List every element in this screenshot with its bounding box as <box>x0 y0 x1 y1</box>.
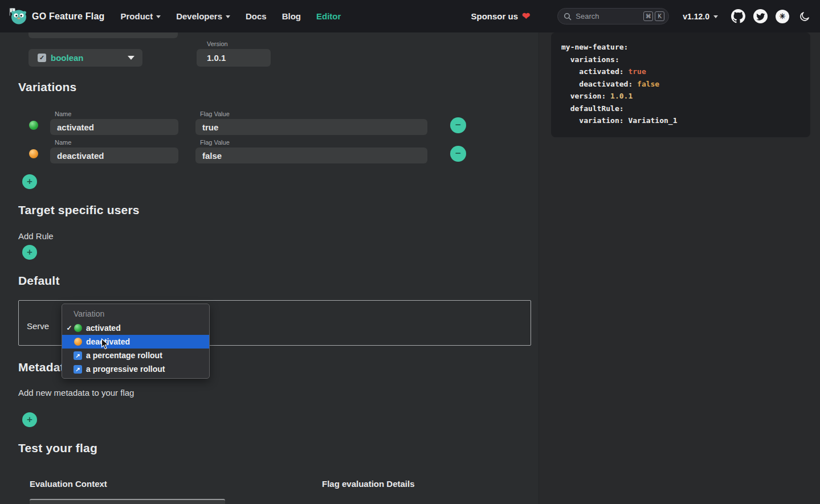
variation-row: Name Flag Value − <box>18 110 474 134</box>
dropdown-option-progressive-rollout[interactable]: ↗ a progressive rollout <box>62 362 209 376</box>
sponsor-link[interactable]: Sponsor us ❤ <box>471 10 531 22</box>
dropdown-option-activated[interactable]: ✓ activated <box>62 321 209 335</box>
nav-item-docs[interactable]: Docs <box>246 11 267 21</box>
nav-item-product[interactable]: Product <box>120 11 161 21</box>
add-rule-button[interactable]: + <box>22 245 37 260</box>
gopher-logo-icon: 1 <box>8 7 27 26</box>
github-icon[interactable] <box>731 9 745 24</box>
code-line: my-new-feature: <box>561 41 800 54</box>
flag-value-label: Flag Value <box>200 110 427 117</box>
test-flag-heading: Test your flag <box>18 441 97 455</box>
variation-name-group: Name <box>50 110 178 135</box>
nav-links: Product Developers Docs Blog Editor <box>120 11 341 21</box>
evaluation-context-label: Evaluation Context <box>30 479 107 489</box>
evaluation-context-editor-partial[interactable] <box>30 499 225 504</box>
metadata-description: Add new metadata to your flag <box>18 388 134 398</box>
variation-name-input[interactable] <box>50 147 178 163</box>
code-line: variations: <box>561 54 800 66</box>
add-rule-label: Add Rule <box>18 231 54 241</box>
slack-icon[interactable]: ✳ <box>775 9 790 24</box>
checkbox-icon: ✓ <box>38 54 46 62</box>
navbar: 1 GO Feature Flag Product Developers Doc… <box>0 0 820 32</box>
chevron-down-icon <box>156 15 161 18</box>
check-icon: ✓ <box>65 324 74 332</box>
flag-evaluation-details-label: Flag evaluation Details <box>322 479 415 489</box>
orange-dot-icon <box>74 338 82 346</box>
name-label: Name <box>55 139 178 146</box>
add-metadata-button[interactable]: + <box>22 412 37 427</box>
flag-value-label: Flag Value <box>200 139 427 146</box>
brand[interactable]: 1 GO Feature Flag <box>8 7 104 26</box>
dark-mode-moon-icon[interactable] <box>797 9 812 24</box>
code-line: version: 1.0.1 <box>561 90 800 103</box>
page: my-new-feature: variations: activated: t… <box>0 0 820 504</box>
twitter-icon[interactable] <box>753 9 768 24</box>
heart-icon: ❤ <box>522 10 530 22</box>
chevron-down-icon <box>713 15 718 18</box>
variation-color-dot-icon <box>29 121 38 130</box>
version-label: Version <box>207 40 271 47</box>
version-dropdown[interactable]: v1.12.0 <box>683 12 718 21</box>
yaml-code-block: my-new-feature: variations: activated: t… <box>551 32 810 137</box>
name-label: Name <box>55 110 178 117</box>
flag-name-input-partial[interactable] <box>28 32 178 38</box>
shortcut-key-k: K <box>655 11 664 21</box>
nav-item-editor[interactable]: Editor <box>316 11 341 21</box>
add-variation-button[interactable]: + <box>22 174 37 189</box>
shortcut-key-cmd: ⌘ <box>643 11 653 21</box>
code-line: activated: true <box>561 65 800 78</box>
brand-title: GO Feature Flag <box>32 11 104 22</box>
search-input[interactable] <box>576 12 642 21</box>
chevron-down-icon <box>226 15 230 18</box>
remove-variation-button[interactable]: − <box>450 146 466 162</box>
targeting-heading: Target specific users <box>18 203 140 217</box>
flag-type-value: boolean <box>51 53 84 63</box>
variation-name-input[interactable] <box>50 119 178 135</box>
navbar-icons: ✳ <box>731 9 812 24</box>
green-dot-icon <box>74 324 82 332</box>
dropdown-option-deactivated[interactable]: deactivated <box>62 335 209 349</box>
nav-item-developers[interactable]: Developers <box>176 11 230 21</box>
code-line: variation: Variation_1 <box>561 114 800 127</box>
variations-heading: Variations <box>18 80 76 94</box>
search-box[interactable]: ⌘ K <box>557 8 669 24</box>
variation-value-group: Flag Value <box>195 110 427 135</box>
nav-item-blog[interactable]: Blog <box>282 11 301 21</box>
code-line: defaultRule: <box>561 103 800 115</box>
flag-type-select[interactable]: ✓ boolean <box>28 49 142 67</box>
variation-row: Name Flag Value − <box>18 139 474 163</box>
remove-variation-button[interactable]: − <box>450 117 466 133</box>
dropdown-option-percentage-rollout[interactable]: ↗ a percentage rollout <box>62 349 209 362</box>
variation-value-input[interactable] <box>195 119 427 135</box>
default-heading: Default <box>18 274 60 288</box>
version-input[interactable] <box>197 49 271 67</box>
variation-value-group: Flag Value <box>195 139 427 163</box>
version-field-group: Version <box>197 40 271 67</box>
chevron-down-icon <box>128 56 134 60</box>
serve-label: Serve <box>27 321 49 331</box>
rollout-arrow-icon: ↗ <box>74 365 82 374</box>
rollout-arrow-icon: ↗ <box>74 351 82 360</box>
search-icon <box>564 13 572 21</box>
variation-value-input[interactable] <box>195 147 427 163</box>
variation-select-dropdown: Variation ✓ activated deactivated ↗ a pe… <box>62 304 210 379</box>
variation-name-group: Name <box>50 139 178 163</box>
variation-color-dot-icon <box>29 149 38 158</box>
dropdown-group-label: Variation <box>62 307 209 321</box>
code-line: deactivated: false <box>561 78 800 91</box>
navbar-right: Sponsor us ❤ ⌘ K v1.12.0 <box>471 8 812 24</box>
